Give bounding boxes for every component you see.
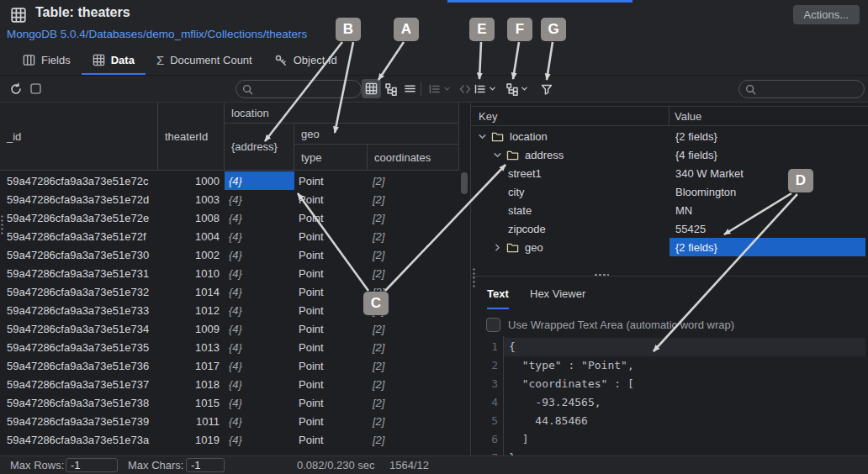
table-row[interactable]: 59a47286cfa9a3a73e51e7341009{4}Point[2] — [0, 319, 459, 338]
cell-theaterid[interactable]: 1008 — [158, 208, 225, 227]
tab-object-id[interactable]: Object Id — [263, 47, 348, 75]
text-view-button[interactable] — [400, 79, 420, 98]
cell-type[interactable]: Point — [294, 264, 368, 282]
expand-all-button[interactable] — [471, 79, 499, 98]
chevron-right-icon[interactable] — [493, 243, 502, 252]
tree-value[interactable]: {2 fields} — [670, 238, 865, 256]
table-row[interactable]: 59a47286cfa9a3a73e51e72c1000{4}Point[2] — [0, 171, 459, 190]
cell-type[interactable]: Point — [294, 375, 368, 393]
table-row[interactable]: 59a47286cfa9a3a73e51e72f1004{4}Point[2] — [0, 227, 459, 245]
cell-theaterid[interactable]: 1012 — [158, 301, 225, 319]
cell-coordinates[interactable]: [2] — [368, 208, 459, 227]
cell-theaterid[interactable]: 1015 — [158, 393, 225, 412]
expand-tree-button[interactable] — [503, 79, 531, 98]
cell-type[interactable]: Point — [294, 190, 368, 208]
tab-fields[interactable]: Fields — [12, 47, 82, 75]
splitter[interactable] — [471, 276, 868, 276]
cell-address[interactable]: {4} — [225, 190, 294, 208]
tree-key[interactable]: location — [471, 127, 548, 145]
cell-address[interactable]: {4} — [225, 412, 294, 430]
cell-id[interactable]: 59a47286cfa9a3a73e51e734 — [0, 319, 158, 338]
cell-theaterid[interactable]: 1010 — [158, 264, 225, 282]
cell-type[interactable]: Point — [294, 171, 368, 190]
cell-coordinates[interactable]: [2] — [368, 171, 459, 190]
cell-id[interactable]: 59a47286cfa9a3a73e51e72f — [0, 227, 158, 245]
column-header-geo[interactable]: geo — [294, 124, 459, 145]
cell-coordinates[interactable]: [2] — [368, 338, 459, 356]
tree-row[interactable]: zipcode55425 — [471, 219, 868, 238]
tree-view-button[interactable] — [381, 79, 400, 98]
table-view-button[interactable] — [362, 79, 381, 98]
tree-key[interactable]: zipcode — [471, 219, 546, 238]
cell-type[interactable]: Point — [294, 245, 368, 264]
cell-id[interactable]: 59a47286cfa9a3a73e51e730 — [0, 245, 158, 264]
tree-key[interactable]: address — [471, 145, 564, 164]
cell-address[interactable]: {4} — [225, 393, 294, 412]
table-row[interactable]: 59a47286cfa9a3a73e51e7391011{4}Point[2] — [0, 412, 459, 430]
tab-text[interactable]: Text — [487, 287, 509, 309]
cell-theaterid[interactable]: 1004 — [158, 227, 225, 245]
cell-theaterid[interactable]: 1002 — [158, 245, 225, 264]
table-row[interactable]: 59a47286cfa9a3a73e51e7361017{4}Point[2] — [0, 356, 459, 375]
table-row[interactable]: 59a47286cfa9a3a73e51e7301002{4}Point[2] — [0, 245, 459, 264]
cell-theaterid[interactable]: 1018 — [158, 375, 225, 393]
cell-coordinates[interactable]: [2] — [368, 375, 459, 393]
tree-row[interactable]: address{4 fields} — [471, 145, 868, 164]
table-row[interactable]: 59a47286cfa9a3a73e51e72e1008{4}Point[2] — [0, 208, 459, 227]
cell-type[interactable]: Point — [294, 393, 368, 412]
cell-address[interactable]: {4} — [225, 338, 294, 356]
column-header-coordinates[interactable]: coordinates — [368, 145, 459, 171]
cell-id[interactable]: 59a47286cfa9a3a73e51e73a — [0, 430, 158, 449]
cell-type[interactable]: Point — [294, 319, 368, 338]
cell-coordinates[interactable]: [2] — [368, 190, 459, 208]
column-header-id[interactable]: _id — [0, 103, 158, 171]
table-row[interactable]: 59a47286cfa9a3a73e51e7351013{4}Point[2] — [0, 338, 459, 356]
cell-type[interactable]: Point — [294, 301, 368, 319]
stop-button[interactable] — [26, 79, 45, 98]
cell-coordinates[interactable]: [2] — [368, 319, 459, 338]
cell-address[interactable]: {4} — [225, 375, 294, 393]
cell-theaterid[interactable]: 1019 — [158, 430, 225, 449]
cell-id[interactable]: 59a47286cfa9a3a73e51e736 — [0, 356, 158, 375]
cell-coordinates[interactable]: [2] — [368, 264, 459, 282]
max-chars-input[interactable] — [186, 458, 225, 472]
cell-type[interactable]: Point — [294, 412, 368, 430]
cell-id[interactable]: 59a47286cfa9a3a73e51e72d — [0, 190, 158, 208]
cell-address[interactable]: {4} — [225, 430, 294, 449]
cell-address[interactable]: {4} — [225, 319, 294, 338]
tab-hex-viewer[interactable]: Hex Viewer — [530, 287, 585, 308]
cell-address[interactable]: {4} — [225, 301, 294, 319]
grid-search-input[interactable] — [254, 83, 356, 96]
cell-id[interactable]: 59a47286cfa9a3a73e51e72c — [0, 171, 158, 190]
key-column-header[interactable]: Key — [479, 110, 497, 123]
cell-id[interactable]: 59a47286cfa9a3a73e51e72e — [0, 208, 158, 227]
tree-value[interactable]: 340 W Market — [670, 164, 865, 182]
table-row[interactable]: 59a47286cfa9a3a73e51e72d1003{4}Point[2] — [0, 190, 459, 208]
chevron-down-icon[interactable] — [493, 150, 502, 160]
tree-row[interactable]: location{2 fields} — [471, 127, 868, 145]
cell-id[interactable]: 59a47286cfa9a3a73e51e739 — [0, 412, 158, 430]
cell-coordinates[interactable]: [2] — [368, 227, 459, 245]
value-column-header[interactable]: Value — [675, 110, 701, 123]
cell-theaterid[interactable]: 1003 — [158, 190, 225, 208]
actions-button[interactable]: Actions... — [793, 5, 860, 24]
cell-type[interactable]: Point — [294, 282, 368, 301]
cell-theaterid[interactable]: 1013 — [158, 338, 225, 356]
chevron-down-icon[interactable] — [478, 132, 487, 141]
cell-address[interactable]: {4} — [225, 282, 294, 301]
column-header-address[interactable]: {address} — [225, 124, 294, 171]
cell-id[interactable]: 59a47286cfa9a3a73e51e732 — [0, 282, 158, 301]
cell-coordinates[interactable]: [2] — [368, 412, 459, 430]
cell-theaterid[interactable]: 1009 — [158, 319, 225, 338]
cell-theaterid[interactable]: 1011 — [158, 412, 225, 430]
tree-value[interactable]: {4 fields} — [670, 145, 865, 164]
cell-coordinates[interactable]: [2] — [368, 356, 459, 375]
column-header-type[interactable]: type — [294, 145, 368, 171]
column-divider[interactable] — [669, 107, 670, 126]
cell-type[interactable]: Point — [294, 227, 368, 245]
breadcrumb[interactable]: MongoDB 5.0.4/Databases/demo_mflix/Colle… — [7, 28, 307, 40]
filter-button[interactable] — [537, 79, 556, 98]
cell-id[interactable]: 59a47286cfa9a3a73e51e735 — [0, 338, 158, 356]
cell-address[interactable]: {4} — [225, 356, 294, 375]
cell-address[interactable]: {4} — [225, 264, 294, 282]
